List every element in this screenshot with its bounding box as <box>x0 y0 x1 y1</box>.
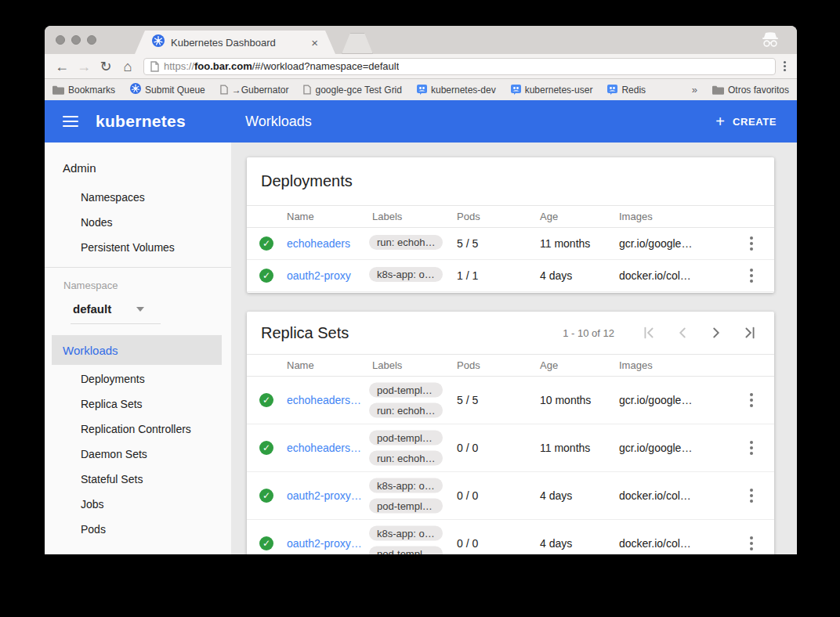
bookmark-label: kubernetes-dev <box>431 85 496 96</box>
sidebar-item-deployments[interactable]: Deployments <box>81 373 145 385</box>
url-scheme: https:// <box>164 60 194 72</box>
tab-close-icon[interactable]: × <box>311 37 318 49</box>
bookmark-folder-otros-favoritos[interactable]: Otros favoritos <box>712 85 789 96</box>
column-header-images: Images <box>619 211 653 222</box>
sidebar-item-pods[interactable]: Pods <box>81 523 106 536</box>
table-row: ✓ echoheaders run: echoh… 5 / 5 11 month… <box>247 228 774 260</box>
app-header: kubernetes Workloads + CREATE <box>45 100 797 143</box>
table-row: ✓ echoheaders… pod-templ…run: echoh… 5 /… <box>247 377 774 424</box>
bookmark-label: Redis <box>621 85 646 96</box>
home-button[interactable]: ⌂ <box>117 55 139 78</box>
row-menu-button[interactable] <box>746 236 757 251</box>
label-chip: pod-templ… <box>369 383 443 398</box>
sidebar: Admin Namespaces Nodes Persistent Volume… <box>45 143 231 554</box>
first-page-button[interactable] <box>640 324 657 341</box>
sidebar-item-jobs[interactable]: Jobs <box>81 498 104 511</box>
bookmarks-bar: Bookmarks Submit Queue →Gubernator googl… <box>45 79 797 100</box>
create-button[interactable]: + CREATE <box>715 114 777 129</box>
browser-toolbar: ← → ↻ ⌂ https://foo.bar.com/#/workload?n… <box>45 54 797 79</box>
create-button-label: CREATE <box>733 116 777 128</box>
bookmarks-overflow-button[interactable]: » <box>692 84 697 96</box>
resource-link[interactable]: echoheaders… <box>287 442 361 454</box>
bookmark-submit-queue[interactable]: Submit Queue <box>130 83 205 96</box>
chevron-down-icon <box>136 307 144 312</box>
resource-link[interactable]: oauth2-proxy… <box>287 537 362 550</box>
column-header-age: Age <box>540 359 558 371</box>
age-cell: 11 months <box>540 442 590 454</box>
status-ok-icon: ✓ <box>259 489 273 503</box>
sidebar-item-admin[interactable]: Admin <box>63 161 96 175</box>
content-area: Deployments Name Labels Pods Age Images … <box>231 143 797 554</box>
forward-button[interactable]: → <box>73 55 95 78</box>
table-row: ✓ oauth2-proxy… k8s-app: o…pod-templ… 0 … <box>247 520 774 554</box>
images-cell: docker.io/col… <box>619 269 737 282</box>
back-button[interactable]: ← <box>51 55 73 78</box>
resource-link[interactable]: echoheaders… <box>287 394 361 406</box>
images-cell: gcr.io/google… <box>619 237 737 250</box>
page-icon <box>303 85 311 95</box>
kubernetes-logo: kubernetes <box>96 112 186 131</box>
row-menu-button[interactable] <box>746 536 757 550</box>
row-menu-button[interactable] <box>746 441 757 455</box>
row-menu-button[interactable] <box>746 489 757 503</box>
resource-link[interactable]: oauth2-proxy <box>287 269 351 282</box>
label-chip: k8s-app: o… <box>369 478 443 493</box>
bookmark-folder-bookmarks[interactable]: Bookmarks <box>52 85 115 96</box>
row-menu-button[interactable] <box>746 269 757 283</box>
namespace-select[interactable]: default <box>73 302 144 316</box>
window-minimize-button[interactable] <box>71 35 81 45</box>
sidebar-item-namespaces[interactable]: Namespaces <box>81 191 145 204</box>
status-ok-icon: ✓ <box>259 441 273 455</box>
last-page-button[interactable] <box>741 324 759 341</box>
hamburger-menu-icon[interactable] <box>63 116 78 127</box>
pagination: 1 - 10 of 12 <box>563 324 760 341</box>
table-row: ✓ oauth2-proxy k8s-app: o… 1 / 1 4 days … <box>247 260 774 292</box>
column-header-labels: Labels <box>372 359 402 371</box>
browser-window: Kubernetes Dashboard × ← → ↻ ⌂ https://f… <box>45 26 797 554</box>
column-header-pods: Pods <box>457 211 480 222</box>
bookmark-gubernator[interactable]: →Gubernator <box>220 85 289 96</box>
url-text: https://foo.bar.com/#/workload?namespace… <box>164 60 399 72</box>
column-header-name: Name <box>287 359 314 371</box>
bookmark-kubernetes-dev[interactable]: kubernetes-dev <box>417 85 496 96</box>
groups-icon <box>607 85 617 95</box>
window-zoom-button[interactable] <box>87 35 96 45</box>
sidebar-item-label: Workloads <box>63 344 118 357</box>
sidebar-item-daemon-sets[interactable]: Daemon Sets <box>81 448 147 460</box>
replica-sets-card: Replica Sets 1 - 10 of 12 Name Labels Po… <box>247 312 774 554</box>
page-title: Workloads <box>245 114 312 130</box>
resource-link[interactable]: oauth2-proxy… <box>287 489 362 502</box>
sidebar-item-stateful-sets[interactable]: Stateful Sets <box>81 473 143 485</box>
age-cell: 4 days <box>540 537 572 550</box>
bookmark-redis[interactable]: Redis <box>607 85 646 96</box>
replica-sets-card-title: Replica Sets <box>261 324 563 342</box>
namespace-value: default <box>73 302 111 316</box>
column-header-labels: Labels <box>372 211 402 222</box>
window-close-button[interactable] <box>56 35 65 45</box>
browser-tab[interactable]: Kubernetes Dashboard × <box>135 31 335 54</box>
reload-button[interactable]: ↻ <box>95 55 117 78</box>
previous-page-button[interactable] <box>674 324 691 341</box>
sidebar-item-nodes[interactable]: Nodes <box>81 216 112 229</box>
label-chip: k8s-app: o… <box>369 526 443 541</box>
images-cell: gcr.io/google… <box>619 442 737 454</box>
age-cell: 4 days <box>540 269 572 282</box>
tab-title: Kubernetes Dashboard <box>171 37 305 49</box>
bookmark-kubernetes-user[interactable]: kubernetes-user <box>511 85 593 96</box>
next-page-button[interactable] <box>708 324 725 341</box>
sidebar-item-replica-sets[interactable]: Replica Sets <box>81 398 143 410</box>
sidebar-item-workloads[interactable]: Workloads <box>52 335 222 365</box>
browser-menu-button[interactable] <box>784 61 786 71</box>
resource-link[interactable]: echoheaders <box>287 237 350 250</box>
label-chip: pod-templ… <box>369 499 443 514</box>
address-bar[interactable]: https://foo.bar.com/#/workload?namespace… <box>143 58 776 75</box>
new-tab-button[interactable] <box>342 33 373 54</box>
bookmark-label: Bookmarks <box>68 85 115 96</box>
sidebar-item-replication-controllers[interactable]: Replication Controllers <box>81 423 191 435</box>
bookmark-google-gce-test-grid[interactable]: google-gce Test Grid <box>303 85 402 96</box>
namespace-select-underline <box>71 323 161 324</box>
row-menu-button[interactable] <box>746 393 757 407</box>
deployments-card: Deployments Name Labels Pods Age Images … <box>247 157 774 293</box>
tab-strip: Kubernetes Dashboard × <box>45 26 797 54</box>
sidebar-item-persistent-volumes[interactable]: Persistent Volumes <box>81 241 175 254</box>
